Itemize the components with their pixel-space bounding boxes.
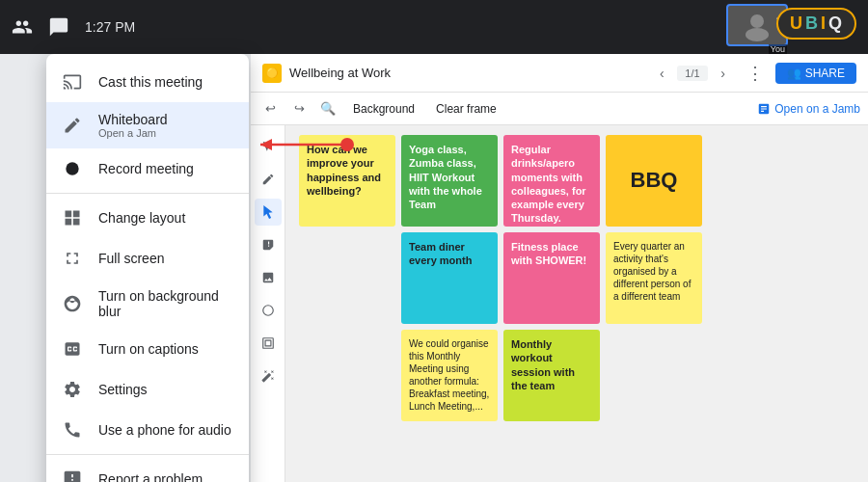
- frame-tool[interactable]: [255, 330, 282, 357]
- background-button[interactable]: Background: [345, 99, 422, 119]
- notes-grid: How can we improve your happiness and we…: [299, 135, 702, 421]
- main-content: 🟡 Wellbeing at Work ‹ 1/1 › ⋮ 👥 SHARE ↩ …: [251, 54, 868, 482]
- jam-title-row: 🟡 Wellbeing at Work: [262, 64, 642, 83]
- menu-item-captions[interactable]: Turn on captions: [46, 329, 249, 369]
- menu-item-cast[interactable]: Cast this meeting: [46, 62, 249, 102]
- sticky-note-4[interactable]: BBQ: [606, 135, 702, 227]
- menu-item-record[interactable]: Record meeting: [46, 148, 249, 189]
- cast-label: Cast this meeting: [98, 74, 203, 90]
- page-indicator: 1/1: [677, 66, 707, 81]
- svg-rect-7: [262, 338, 273, 349]
- layout-label: Change layout: [98, 210, 185, 226]
- jam-nav: ‹ 1/1 ›: [650, 62, 734, 85]
- top-bar-left: 1:27 PM: [12, 16, 135, 38]
- share-icon: 👥: [787, 67, 801, 80]
- left-tools-panel: [251, 125, 285, 482]
- menu-item-report-problem[interactable]: Report a problem: [46, 459, 249, 482]
- svg-point-0: [750, 14, 764, 28]
- svg-point-2: [66, 162, 78, 174]
- cast-icon: [62, 71, 83, 93]
- sticky-note-tool[interactable]: [255, 231, 282, 258]
- top-bar: 1:27 PM You ···: [0, 0, 868, 54]
- jam-toolbar2: ↩ ↪ 🔍 Background Clear frame Open on a J…: [251, 93, 868, 125]
- menu-item-settings[interactable]: Settings: [46, 369, 249, 410]
- settings-label: Settings: [98, 382, 148, 397]
- sticky-note-9[interactable]: Monthly workout session with the team: [503, 330, 600, 421]
- captions-icon: [62, 338, 83, 360]
- jam-more-button[interactable]: ⋮: [743, 63, 768, 84]
- chat-icon: [48, 16, 69, 38]
- image-tool[interactable]: [255, 264, 282, 291]
- whiteboard-text: Whiteboard Open a Jam: [98, 112, 168, 139]
- redo-button[interactable]: ↪: [287, 97, 311, 120]
- record-label: Record meeting: [98, 161, 194, 176]
- blur-label: Turn on background blur: [98, 288, 233, 319]
- menu-item-phone[interactable]: Use a phone for audio: [46, 410, 249, 450]
- sticky-note-3[interactable]: Regular drinks/apero moments with collea…: [503, 135, 600, 227]
- select-tool[interactable]: [255, 133, 282, 160]
- logo: UBIQ: [776, 8, 856, 40]
- record-icon: [62, 158, 83, 179]
- sticky-note-8[interactable]: We could organise this Monthly Meeting u…: [401, 330, 498, 421]
- jam-icon: 🟡: [262, 64, 282, 83]
- menu-item-layout[interactable]: Change layout: [46, 198, 249, 238]
- settings-icon: [62, 379, 83, 400]
- prev-page-button[interactable]: ‹: [650, 62, 673, 85]
- captions-label: Turn on captions: [98, 341, 199, 357]
- sticky-note-1[interactable]: How can we improve your happiness and we…: [299, 135, 395, 227]
- svg-rect-8: [265, 340, 271, 346]
- logo-text: U: [790, 13, 803, 34]
- fullscreen-label: Full screen: [98, 251, 164, 266]
- svg-point-1: [746, 28, 769, 41]
- phone-icon: [62, 419, 83, 441]
- you-label: You: [769, 44, 787, 54]
- sticky-note-6[interactable]: Fitness place with SHOWER!: [503, 232, 600, 324]
- magic-tool[interactable]: [255, 362, 282, 389]
- time-display: 1:27 PM: [85, 19, 135, 35]
- zoom-button[interactable]: 🔍: [316, 97, 339, 120]
- logo-text2: B: [805, 13, 819, 34]
- divider-1: [46, 193, 249, 194]
- circle-tool[interactable]: [255, 297, 282, 324]
- next-page-button[interactable]: ›: [712, 62, 735, 85]
- dropdown-menu: Cast this meeting Whiteboard Open a Jam …: [46, 54, 249, 482]
- menu-item-fullscreen[interactable]: Full screen: [46, 238, 249, 279]
- svg-point-6: [262, 306, 273, 316]
- logo-text4: Q: [828, 13, 843, 34]
- sticky-note-2[interactable]: Yoga class, Zumba class, HIIT Workout wi…: [401, 135, 498, 227]
- menu-item-whiteboard[interactable]: Whiteboard Open a Jam: [46, 102, 249, 148]
- clear-frame-button[interactable]: Clear frame: [428, 99, 504, 119]
- logo-text3: I: [821, 13, 827, 34]
- fullscreen-icon: [62, 248, 83, 269]
- layout-icon: [62, 207, 83, 228]
- jam-toolbar: 🟡 Wellbeing at Work ‹ 1/1 › ⋮ 👥 SHARE: [251, 54, 868, 93]
- report-problem-icon: [62, 469, 83, 482]
- jam-title: Wellbeing at Work: [289, 66, 642, 80]
- pointer-tool[interactable]: [255, 199, 282, 226]
- divider-2: [46, 454, 249, 455]
- open-jamb-button[interactable]: Open on a Jamb: [757, 102, 860, 116]
- menu-item-blur[interactable]: Turn on background blur: [46, 279, 249, 329]
- undo-button[interactable]: ↩: [258, 97, 282, 120]
- pen-tool[interactable]: [255, 166, 282, 193]
- whiteboard-icon: [62, 115, 83, 136]
- sticky-note-5[interactable]: Team diner every month: [401, 232, 498, 324]
- phone-label: Use a phone for audio: [98, 422, 231, 438]
- people-icon: [12, 16, 33, 38]
- sticky-note-7[interactable]: Every quarter an activity that's organis…: [606, 232, 702, 324]
- blur-icon: [62, 293, 83, 314]
- whiteboard-canvas: How can we improve your happiness and we…: [251, 125, 868, 482]
- report-problem-label: Report a problem: [98, 471, 203, 482]
- share-button[interactable]: 👥 SHARE: [775, 63, 856, 84]
